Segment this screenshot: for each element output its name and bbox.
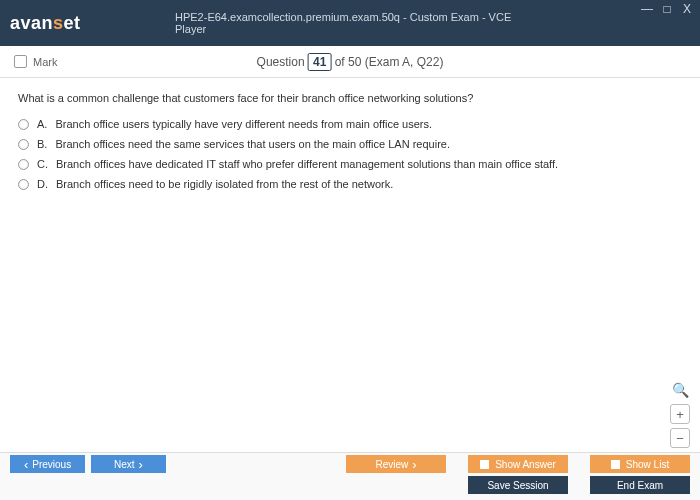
titlebar: avanset HPE2-E64.examcollection.premium.… (0, 0, 700, 46)
footer: Previous Next Review Show Answer Show Li… (0, 452, 700, 500)
option-c[interactable]: C. Branch offices have dedicated IT staf… (18, 158, 682, 170)
close-button[interactable]: X (680, 2, 694, 16)
app-logo: avanset (10, 13, 81, 34)
mark-label: Mark (33, 56, 57, 68)
option-text: Branch offices need the same services th… (55, 138, 450, 150)
window-controls: — □ X (640, 2, 694, 16)
review-button[interactable]: Review (346, 455, 446, 473)
option-a[interactable]: A. Branch office users typically have ve… (18, 118, 682, 130)
content-area: What is a common challenge that customer… (0, 78, 700, 212)
show-list-button[interactable]: Show List (590, 455, 690, 473)
radio-icon[interactable] (18, 119, 29, 130)
option-d[interactable]: D. Branch offices need to be rigidly iso… (18, 178, 682, 190)
option-text: Branch offices need to be rigidly isolat… (56, 178, 393, 190)
option-letter: A. (37, 118, 47, 130)
option-letter: D. (37, 178, 48, 190)
radio-icon[interactable] (18, 139, 29, 150)
zoom-icon[interactable]: 🔍 (670, 380, 690, 400)
minimize-button[interactable]: — (640, 2, 654, 16)
option-text: Branch offices have dedicated IT staff w… (56, 158, 558, 170)
question-text: What is a common challenge that customer… (18, 92, 682, 104)
window-title: HPE2-E64.examcollection.premium.exam.50q… (175, 11, 525, 35)
radio-icon[interactable] (18, 179, 29, 190)
option-letter: C. (37, 158, 48, 170)
maximize-button[interactable]: □ (660, 2, 674, 16)
option-b[interactable]: B. Branch offices need the same services… (18, 138, 682, 150)
question-total-text: of 50 (Exam A, Q22) (335, 55, 444, 69)
save-session-button[interactable]: Save Session (468, 476, 568, 494)
mark-checkbox[interactable] (14, 55, 27, 68)
question-counter: Question 41 of 50 (Exam A, Q22) (257, 55, 444, 69)
previous-button[interactable]: Previous (10, 455, 85, 473)
side-controls: 🔍 + − (670, 380, 690, 448)
radio-icon[interactable] (18, 159, 29, 170)
question-label: Question (257, 55, 305, 69)
option-letter: B. (37, 138, 47, 150)
logo-text-post: et (64, 13, 81, 33)
next-button[interactable]: Next (91, 455, 166, 473)
question-header: Mark Question 41 of 50 (Exam A, Q22) (0, 46, 700, 78)
logo-text-mid: s (53, 13, 64, 33)
zoom-out-button[interactable]: − (670, 428, 690, 448)
zoom-in-button[interactable]: + (670, 404, 690, 424)
logo-text-pre: avan (10, 13, 53, 33)
option-text: Branch office users typically have very … (55, 118, 432, 130)
end-exam-button[interactable]: End Exam (590, 476, 690, 494)
question-current-number: 41 (308, 53, 331, 71)
show-answer-button[interactable]: Show Answer (468, 455, 568, 473)
